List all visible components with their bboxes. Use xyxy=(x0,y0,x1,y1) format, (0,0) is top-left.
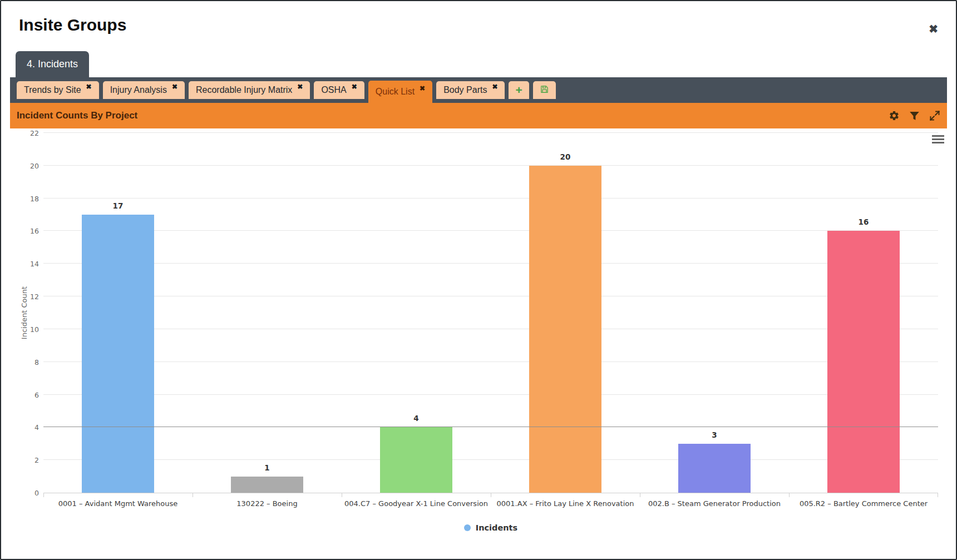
close-icon[interactable]: ✖ xyxy=(929,23,938,34)
axis-tick xyxy=(342,493,342,497)
tab-label: Body Parts xyxy=(443,85,487,95)
add-tab-button[interactable]: + xyxy=(509,81,529,99)
tab-close-icon[interactable]: ✖ xyxy=(492,83,497,90)
gridline xyxy=(43,394,938,395)
tab-label: OSHA xyxy=(321,85,346,95)
window-title: Insite Groups xyxy=(19,16,939,34)
bar-value-label: 3 xyxy=(712,430,717,439)
tab-close-icon[interactable]: ✖ xyxy=(420,85,425,92)
y-axis-tick-label: 2 xyxy=(34,456,39,464)
bar-value-label: 16 xyxy=(859,217,869,226)
gridline xyxy=(43,198,938,199)
insite-groups-window: Insite Groups ✖ 4. Incidents Trends by S… xyxy=(0,0,957,560)
gridline xyxy=(43,459,938,460)
axis-tick xyxy=(43,493,44,497)
panel-title: Incident Counts By Project xyxy=(17,110,137,121)
x-axis-label: 002.B – Steam Generator Production xyxy=(640,499,789,508)
axis-tick xyxy=(640,493,640,497)
axis-tick xyxy=(491,493,491,497)
y-axis-tick-label: 22 xyxy=(30,129,39,137)
x-axis-label: 005.R2 – Bartley Commerce Center xyxy=(789,499,938,508)
gridline xyxy=(43,132,938,133)
x-axis-label: 130222 – Boeing xyxy=(193,499,342,508)
incident-chart: Incident Count 0246810121416182022 17142… xyxy=(10,128,947,556)
y-axis-tick-label: 12 xyxy=(30,293,39,301)
y-axis-tick-label: 6 xyxy=(34,390,39,399)
save-icon xyxy=(540,85,549,96)
gridline xyxy=(43,361,938,362)
chart-bar[interactable] xyxy=(231,477,303,493)
tab-close-icon[interactable]: ✖ xyxy=(86,83,92,90)
chart-bar[interactable] xyxy=(827,231,900,493)
legend-marker-icon xyxy=(464,524,471,531)
group-tab-label: 4. Incidents xyxy=(27,58,78,70)
bar-value-label: 20 xyxy=(560,152,571,161)
gridline xyxy=(43,230,938,231)
chart-bar[interactable] xyxy=(82,215,154,493)
y-axis-tick-labels: 0246810121416182022 xyxy=(10,133,39,493)
y-axis-tick-label: 14 xyxy=(30,260,39,268)
plus-icon: + xyxy=(515,84,522,96)
tab-injury-analysis[interactable]: Injury Analysis✖ xyxy=(103,81,185,99)
plotline xyxy=(43,427,938,427)
axis-tick xyxy=(193,493,193,497)
tab-close-icon[interactable]: ✖ xyxy=(297,83,303,90)
axis-tick xyxy=(938,493,938,497)
y-axis-tick-label: 0 xyxy=(34,489,39,497)
chart-bar[interactable] xyxy=(678,444,751,493)
x-axis-label: 004.C7 – Goodyear X-1 Line Conversion xyxy=(342,499,491,508)
chart-bar[interactable] xyxy=(529,166,601,493)
tab-quick-list[interactable]: Quick List✖ xyxy=(368,81,432,103)
y-axis-tick-label: 16 xyxy=(30,227,39,235)
window-content: 4. Incidents Trends by Site✖Injury Analy… xyxy=(1,34,956,556)
tab-recordable-injury-matrix[interactable]: Recordable Injury Matrix✖ xyxy=(189,81,310,99)
y-axis-tick-label: 8 xyxy=(34,358,39,366)
panel-header-icons xyxy=(889,110,940,121)
tab-osha[interactable]: OSHA✖ xyxy=(314,81,364,99)
x-axis-label: 0001.AX – Frito Lay Line X Renovation xyxy=(491,499,640,508)
tab-label: Trends by Site xyxy=(24,85,81,95)
tab-trends-by-site[interactable]: Trends by Site✖ xyxy=(17,81,99,99)
bar-value-label: 17 xyxy=(113,201,124,210)
bar-value-label: 1 xyxy=(264,463,269,472)
report-tab-bar: Trends by Site✖Injury Analysis✖Recordabl… xyxy=(10,77,947,103)
axis-tick xyxy=(789,493,790,497)
y-axis-tick-label: 20 xyxy=(30,161,39,170)
tab-incidents-group[interactable]: 4. Incidents xyxy=(16,51,89,77)
legend-label: Incidents xyxy=(476,523,517,532)
gridline xyxy=(43,329,938,329)
expand-icon[interactable] xyxy=(929,110,940,121)
gear-icon[interactable] xyxy=(889,110,900,121)
y-axis-tick-label: 10 xyxy=(30,325,39,333)
y-axis-tick-label: 18 xyxy=(30,194,39,202)
tab-label: Injury Analysis xyxy=(110,85,167,95)
chart-legend[interactable]: Incidents xyxy=(43,523,938,532)
panel-header: Incident Counts By Project xyxy=(10,103,947,128)
tab-close-icon[interactable]: ✖ xyxy=(352,83,357,90)
gridline xyxy=(43,263,938,264)
tab-body-parts[interactable]: Body Parts✖ xyxy=(436,81,505,99)
tab-close-icon[interactable]: ✖ xyxy=(172,83,177,90)
filter-icon[interactable] xyxy=(909,111,920,121)
x-axis-label: 0001 – Avidant Mgmt Warehouse xyxy=(43,499,193,508)
tab-label: Quick List xyxy=(376,87,415,97)
chart-bar[interactable] xyxy=(380,427,452,493)
gridline xyxy=(43,165,938,166)
plot-area: 171420316 xyxy=(43,133,938,493)
window-header: Insite Groups ✖ xyxy=(1,1,956,34)
gridline xyxy=(43,296,938,296)
x-axis-labels: 0001 – Avidant Mgmt Warehouse130222 – Bo… xyxy=(43,499,938,508)
bar-value-label: 4 xyxy=(413,414,418,423)
y-axis-tick-label: 4 xyxy=(34,423,39,432)
tab-label: Recordable Injury Matrix xyxy=(196,85,292,95)
save-tabs-button[interactable] xyxy=(533,81,556,99)
